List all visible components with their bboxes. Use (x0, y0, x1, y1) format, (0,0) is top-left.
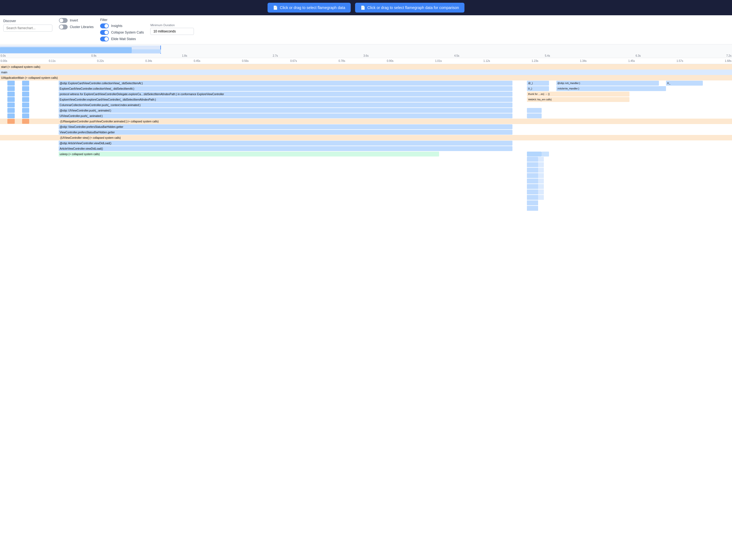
filter-label: Filter (100, 18, 194, 22)
btick-0-78: 0.78s (338, 59, 345, 62)
deep-bar-cluster-2 (538, 157, 544, 200)
fg-bar-at-handler[interactable]: @_) (527, 81, 549, 86)
cluster-knob (59, 25, 63, 29)
btick-0-90: 0.90s (387, 59, 393, 62)
flamegraph-area: start (+ collapsed system calls) main UI… (0, 64, 732, 211)
deep-bar-cluster (527, 157, 538, 211)
fg-bar-usleep[interactable]: usleep (+ collapsed system calls) (59, 152, 439, 156)
elide-wait-label: Elide Wait States (111, 37, 136, 41)
fg-bar-uiappmain[interactable]: UIApplicationMain (+ collapsed system ca… (0, 75, 732, 80)
ruler-top-ticks: 0.0s 0.9s 1.8s 2.7s 3.6s 4.5s 5.4s 6.3s … (0, 54, 732, 57)
fg-bar-left-3[interactable] (7, 86, 15, 91)
fg-row-uivc-view[interactable]: -[UIViewController view] (+ collapsed sy… (0, 135, 732, 140)
fg-bar-protocol[interactable]: protocol witness for ExploreCardViewCont… (59, 92, 513, 97)
fg-bar-webkit[interactable]: WebKit::Na_em calls) (527, 97, 630, 102)
btick-0-67: 0.67s (290, 59, 297, 62)
fg-bar-left-4[interactable] (22, 86, 29, 91)
cluster-toggle-row: Cluster Libraries (59, 25, 94, 29)
fg-bar-columnar[interactable]: ColumnarCollectionViewController.push(_:… (59, 103, 513, 107)
btick-1-45: 1.45s (628, 59, 635, 62)
discover-section: Discover (3, 18, 52, 32)
search-input[interactable] (3, 25, 52, 32)
fg-row-explorevc[interactable]: ExploreViewController.exploreCardViewCon… (0, 97, 732, 102)
fg-row-prefers-bar-hidden-objc[interactable]: @objc ViewController.prefersStatusBarHid… (0, 124, 732, 130)
ruler-bottom: 0.00s 0.11s 0.22s 0.34s 0.45s 0.56s 0.67… (0, 58, 732, 64)
fg-bar-explorevc[interactable]: ExploreViewController.exploreCardViewCon… (59, 97, 513, 102)
btick-0-56: 0.56s (242, 59, 248, 62)
minimap-bar-2 (132, 49, 161, 53)
fg-row-uivc-push[interactable]: UIViewController.push(_:animated:) (0, 113, 732, 119)
invert-knob (59, 19, 63, 22)
insights-toggle[interactable] (100, 23, 109, 28)
elide-wait-toggle-row: Elide Wait States (100, 37, 144, 41)
tick-4-5: 4.5s (454, 54, 459, 57)
collapse-syscalls-label: Collapse System Calls (111, 31, 144, 34)
fg-bar-prefers-objc[interactable]: @objc ViewController.prefersStatusBarHid… (59, 124, 513, 129)
fg-row-usleep[interactable]: usleep (+ collapsed system calls) (0, 151, 732, 157)
fg-bar-main[interactable]: main (0, 70, 732, 75)
minimap-bar-1 (0, 47, 132, 53)
fg-bar-d-label-1[interactable]: D_ (666, 81, 703, 86)
fg-row-cvc-collectionview[interactable]: ExploreCardViewController.collectionView… (0, 86, 732, 91)
select-comparison-label: Click or drag to select flamegraph data … (368, 5, 459, 10)
fg-row-main[interactable]: main (0, 70, 732, 75)
cluster-toggle[interactable] (59, 25, 68, 29)
fg-bar-left-1[interactable] (7, 81, 15, 86)
tick-2-7: 2.7s (273, 54, 278, 57)
btick-1-57: 1.57s (676, 59, 683, 62)
fg-bar-cvc[interactable]: ExploreCardViewController.collectionView… (59, 86, 513, 91)
select-flamegraph-btn[interactable]: 📄 Click or drag to select flamegraph dat… (267, 3, 351, 13)
select-comparison-btn[interactable]: 📄 Click or drag to select flamegraph dat… (355, 3, 465, 13)
fg-bar-objc-uivc-push[interactable]: @objc UIViewController.push(_:animated:) (59, 108, 513, 113)
fg-row-articlevc-vdl[interactable]: ArticleViewController.viewDidLoad() (0, 146, 732, 151)
fg-bar-objc-cvc[interactable]: @objc ExploreCardViewController.collecti… (59, 81, 513, 86)
fg-bar-articlevc-vdl[interactable]: ArticleViewController.viewDidLoad() (59, 146, 513, 151)
fg-bar-articlevc-vdl-objc[interactable]: @objc ArticleViewController.viewDidLoad(… (59, 141, 513, 146)
select-flamegraph-label: Click or drag to select flamegraph data (280, 5, 345, 10)
btick-1-12: 1.12s (483, 59, 490, 62)
controls-row: Discover Invert Cluster Libraries Filter (0, 15, 732, 44)
fg-bar-start[interactable]: start (+ collapsed system calls) (0, 64, 732, 69)
btick-1-23: 1.23s (532, 59, 538, 62)
filter-section: Filter Insights Collapse System Calls (100, 18, 194, 41)
fg-row-objc-collectionview[interactable]: @objc ExploreCardViewController.collecti… (0, 80, 732, 86)
fg-row-prefers-bar-hidden[interactable]: ViewController.prefersStatusBarHidden.ge… (0, 130, 732, 135)
fg-bar-start-label: start (+ collapsed system calls) (1, 65, 40, 68)
min-duration-input[interactable] (150, 28, 194, 35)
fg-row-objc-uivc-push[interactable]: @objc UIViewController.push(_:animated:) (0, 108, 732, 113)
invert-toggle[interactable] (59, 18, 68, 23)
elide-wait-toggle[interactable] (100, 37, 109, 41)
fg-bar-uivc-view[interactable]: -[UIViewController view] (+ collapsed sy… (59, 135, 513, 140)
tick-1-8: 1.8s (182, 54, 187, 57)
fg-bar-d2[interactable]: D_) (527, 86, 549, 91)
fg-row-uiappmain[interactable]: UIApplicationMain (+ collapsed system ca… (0, 75, 732, 80)
fg-bar-uiappmain-label: UIApplicationMain (+ collapsed system ca… (1, 76, 58, 79)
fg-bar-left-2[interactable] (22, 81, 29, 86)
fg-bar-main-label: main (1, 71, 7, 74)
fg-row-protocol-witness[interactable]: protocol witness for ExploreCardViewCont… (0, 91, 732, 97)
minimap (0, 46, 732, 54)
collapse-syscalls-toggle[interactable] (100, 30, 109, 35)
collapse-syscalls-knob (104, 31, 108, 34)
discover-label: Discover (3, 18, 52, 23)
fg-row-uinavc-push[interactable]: -[UINavigationController pushViewControl… (0, 119, 732, 124)
fg-bar-arti-handler[interactable]: @objc Arti_Handler:) (556, 81, 659, 86)
fg-row-start[interactable]: start (+ collapsed system calls) (0, 64, 732, 70)
fg-bar-uivc-push[interactable]: UIViewController.push(_:animated:) (59, 113, 513, 118)
btick-0: 0.00s (1, 59, 7, 62)
fg-row-articlevc-vdl-objc[interactable]: @objc ArticleViewController.viewDidLoad(… (0, 140, 732, 146)
fg-bar-arti-label: @objc Arti_Handler:) (558, 82, 580, 85)
fg-row-columnar[interactable]: ColumnarCollectionViewController.push(_:… (0, 102, 732, 108)
btick-0-11: 0.11s (49, 59, 55, 62)
fg-bar-objc-cvc-label: @objc ExploreCardViewController.collecti… (60, 82, 143, 85)
tick-0: 0.0s (1, 54, 6, 57)
fg-bar-prefers[interactable]: ViewController.prefersStatusBarHidden.ge… (59, 130, 513, 135)
tick-6-3: 6.3s (635, 54, 641, 57)
insights-toggle-row: Insights (100, 23, 144, 28)
fg-bar-uinavc-push[interactable]: -[UINavigationController pushViewControl… (59, 119, 513, 124)
fg-bar-thunk[interactable]: thunk for …es) → () (527, 92, 630, 97)
view-toggles: Invert Cluster Libraries (59, 18, 94, 29)
btick-1-34: 1.34s (580, 59, 586, 62)
filter-group: Insights Collapse System Calls Elide Wai… (100, 23, 194, 41)
fg-bar-article-handler[interactable]: ArticleVie_Handler:) (556, 86, 666, 91)
